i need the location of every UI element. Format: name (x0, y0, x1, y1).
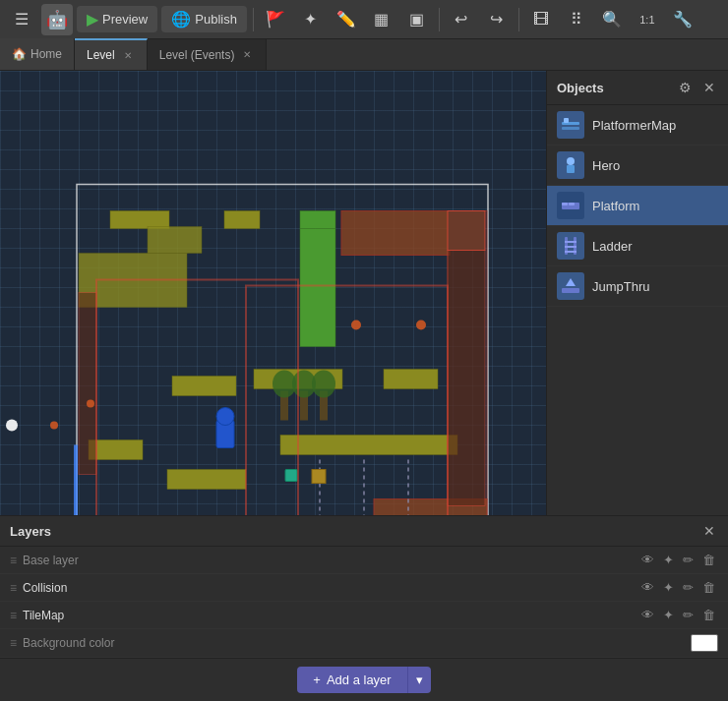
layer-edit-btn-base[interactable]: ✏ (680, 552, 697, 568)
menu-button[interactable]: ☰ (6, 4, 37, 35)
film-icon-btn[interactable]: 🎞 (525, 4, 557, 35)
object-item-hero[interactable]: Hero (547, 146, 728, 186)
pencil-icon: ✏️ (336, 10, 356, 29)
layer-visibility-btn-collision[interactable]: 👁 (638, 579, 657, 596)
layer-name-base: Base layer (23, 554, 633, 567)
flag-icon-btn[interactable]: 🚩 (260, 4, 291, 35)
layer-drag-handle-tilemap: ≡ (10, 609, 17, 622)
add-layer-row: + Add a layer ▾ (0, 658, 728, 701)
object-item-ladder[interactable]: Ladder (547, 226, 728, 266)
layer-actions-tilemap: 👁 ✦ ✏ 🗑 (638, 607, 718, 623)
layer-settings-btn-base[interactable]: ✦ (660, 552, 677, 568)
svg-point-25 (351, 321, 361, 330)
dots-grid-btn[interactable]: ⠿ (561, 4, 592, 35)
layer-delete-btn-tilemap[interactable]: 🗑 (699, 607, 718, 623)
panel-header-icons: ⚙ ✕ (676, 79, 718, 96)
preview-button[interactable]: ▶ Preview (77, 6, 157, 32)
zoom-label: 1:1 (639, 14, 654, 26)
layers-header: Layers ✕ (0, 516, 728, 547)
layers-title: Layers (10, 524, 51, 539)
filter-button[interactable]: ⚙ (676, 79, 695, 96)
tab-level-events[interactable]: Level (Events) ✕ (148, 38, 268, 70)
redo-button[interactable]: ↪ (481, 4, 513, 35)
film-icon: 🎞 (533, 11, 549, 29)
zoom-icon: 🔍 (602, 10, 622, 29)
svg-rect-51 (569, 203, 575, 205)
svg-point-24 (216, 408, 234, 426)
tab-home[interactable]: 🏠 Home (0, 38, 75, 70)
svg-rect-43 (246, 286, 448, 517)
layer-edit-btn-collision[interactable]: ✏ (680, 579, 697, 596)
close-layers-button[interactable]: ✕ (700, 522, 718, 540)
svg-rect-3 (300, 211, 335, 229)
platformermap-icon (557, 111, 584, 139)
svg-rect-11 (167, 470, 246, 490)
svg-point-26 (416, 321, 426, 330)
layer-settings-btn-tilemap[interactable]: ✦ (660, 607, 677, 623)
zoom-label-btn[interactable]: 1:1 (632, 4, 663, 35)
svg-point-28 (87, 400, 94, 408)
jumpthru-name: JumpThru (592, 279, 650, 294)
tab-level-events-label: Level (Events) (159, 48, 235, 62)
svg-rect-2 (224, 211, 260, 229)
layer-delete-btn-collision[interactable]: 🗑 (699, 579, 718, 596)
tab-level[interactable]: Level ✕ (75, 38, 148, 70)
separator-2 (439, 8, 440, 31)
svg-point-47 (567, 157, 575, 165)
svg-rect-9 (172, 377, 236, 396)
globe-icon: 🌐 (171, 10, 191, 29)
object-item-platform[interactable]: Platform (547, 186, 728, 226)
layer-visibility-btn-tilemap[interactable]: 👁 (638, 607, 657, 623)
layer-drag-handle: ≡ (10, 554, 17, 567)
star-icon-btn[interactable]: ✦ (295, 4, 327, 35)
svg-rect-20 (448, 211, 485, 251)
background-color-swatch[interactable] (691, 634, 718, 652)
layer-row-collision[interactable]: ≡ Collision 👁 ✦ ✏ 🗑 (0, 574, 728, 602)
robot-icon-btn[interactable]: 🤖 (41, 4, 73, 35)
svg-rect-19 (341, 211, 450, 256)
layer-name-tilemap: TileMap (23, 609, 633, 622)
robot-icon: 🤖 (46, 9, 68, 30)
svg-rect-54 (565, 241, 576, 243)
svg-rect-48 (567, 165, 575, 173)
tab-level-close[interactable]: ✕ (121, 48, 135, 62)
add-layer-dropdown[interactable]: ▾ (407, 667, 431, 693)
layer-actions-bgcolor (691, 634, 718, 652)
svg-rect-39 (285, 470, 297, 482)
close-panel-button[interactable]: ✕ (700, 79, 718, 96)
layer-drag-handle-collision: ≡ (10, 581, 17, 595)
separator-1 (253, 8, 254, 31)
layer-delete-btn-base[interactable]: 🗑 (699, 552, 718, 568)
star-icon: ✦ (304, 10, 317, 29)
object-item-platformermap[interactable]: PlatformerMap (547, 105, 728, 146)
zoom-btn[interactable]: 🔍 (596, 4, 628, 35)
publish-button[interactable]: 🌐 Publish (161, 6, 247, 32)
jumpthru-icon (557, 272, 584, 300)
layer-visibility-btn-base[interactable]: 👁 (638, 552, 657, 568)
svg-rect-55 (565, 246, 576, 248)
undo-button[interactable]: ↩ (446, 4, 477, 35)
add-layer-button[interactable]: + Add a layer (297, 667, 406, 693)
svg-rect-56 (565, 251, 576, 253)
object-item-jumpthru[interactable]: JumpThru (547, 266, 728, 307)
square-icon: ▣ (409, 10, 424, 29)
svg-point-27 (50, 422, 58, 430)
svg-rect-57 (562, 288, 579, 293)
play-icon: ▶ (87, 10, 98, 29)
layer-row-tilemap[interactable]: ≡ TileMap 👁 ✦ ✏ 🗑 (0, 602, 728, 629)
svg-rect-38 (312, 470, 326, 484)
layer-edit-btn-tilemap[interactable]: ✏ (680, 607, 697, 623)
svg-rect-12 (280, 436, 457, 455)
square-icon-btn[interactable]: ▣ (401, 4, 433, 35)
tab-level-events-close[interactable]: ✕ (240, 48, 254, 62)
wrench-btn[interactable]: 🔧 (667, 4, 698, 35)
svg-rect-22 (79, 293, 96, 475)
dots-grid-icon: ⠿ (571, 10, 582, 29)
layer-settings-btn-collision[interactable]: ✦ (660, 579, 677, 596)
layer-row-bgcolor[interactable]: ≡ Background color (0, 629, 728, 658)
pencil-icon-btn[interactable]: ✏️ (331, 4, 362, 35)
ladder-icon (557, 232, 584, 260)
redo-icon: ↪ (490, 10, 503, 29)
layer-row-base[interactable]: ≡ Base layer 👁 ✦ ✏ 🗑 (0, 547, 728, 574)
grid-icon-btn[interactable]: ▦ (366, 4, 397, 35)
